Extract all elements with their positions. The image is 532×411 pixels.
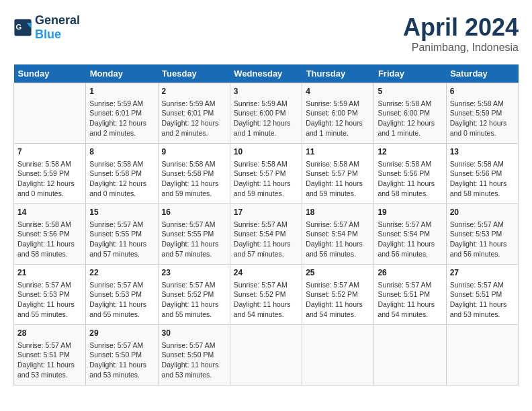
col-friday: Friday bbox=[374, 64, 446, 83]
day-info-text: Sunrise: 5:57 AM bbox=[306, 220, 370, 230]
day-info-text: Sunrise: 5:57 AM bbox=[378, 220, 442, 230]
day-number: 15 bbox=[89, 207, 154, 218]
day-info-text: Daylight: 11 hours bbox=[89, 360, 154, 370]
day-info-text: and 1 minute. bbox=[306, 128, 370, 138]
day-info-text: and 57 minutes. bbox=[162, 249, 226, 259]
day-info-text: Sunrise: 5:58 AM bbox=[89, 159, 154, 169]
day-info-text: Sunset: 5:50 PM bbox=[162, 350, 226, 360]
day-info-text: Sunrise: 5:58 AM bbox=[378, 159, 442, 169]
day-number: 5 bbox=[378, 86, 442, 97]
calendar-cell: 4Sunrise: 5:59 AMSunset: 6:00 PMDaylight… bbox=[302, 83, 374, 144]
day-info-text: Sunset: 5:56 PM bbox=[378, 169, 442, 179]
day-info-text: Sunrise: 5:58 AM bbox=[306, 159, 370, 169]
day-info-text: Sunset: 5:59 PM bbox=[450, 108, 515, 118]
day-info-text: Sunrise: 5:57 AM bbox=[450, 280, 515, 290]
day-info-text: and 59 minutes. bbox=[306, 189, 370, 199]
day-info-text: and 54 minutes. bbox=[378, 310, 442, 320]
calendar-cell: 18Sunrise: 5:57 AMSunset: 5:54 PMDayligh… bbox=[302, 204, 374, 265]
day-number: 14 bbox=[17, 207, 82, 218]
calendar-week-row: 28Sunrise: 5:57 AMSunset: 5:51 PMDayligh… bbox=[14, 325, 519, 385]
day-info-text: and 55 minutes. bbox=[89, 310, 154, 320]
calendar-cell: 11Sunrise: 5:58 AMSunset: 5:57 PMDayligh… bbox=[302, 144, 374, 204]
calendar-subtitle: Panimbang, Indonesia bbox=[403, 42, 519, 54]
day-number: 12 bbox=[378, 146, 442, 158]
calendar-cell: 14Sunrise: 5:58 AMSunset: 5:56 PMDayligh… bbox=[14, 204, 86, 265]
day-info-text: Daylight: 11 hours bbox=[17, 239, 82, 249]
day-info-text: and 55 minutes. bbox=[17, 310, 82, 320]
day-info-text: Sunrise: 5:59 AM bbox=[234, 99, 298, 109]
day-info-text: Sunset: 5:51 PM bbox=[17, 350, 82, 360]
day-info-text: Sunset: 5:54 PM bbox=[234, 229, 298, 239]
day-number: 13 bbox=[450, 146, 515, 158]
page-header: G General Blue April 2024 Panimbang, Ind… bbox=[13, 13, 519, 54]
day-info-text: Sunset: 5:53 PM bbox=[450, 229, 515, 239]
col-saturday: Saturday bbox=[446, 64, 518, 83]
day-info-text: Daylight: 11 hours bbox=[89, 239, 154, 249]
calendar-cell: 13Sunrise: 5:58 AMSunset: 5:56 PMDayligh… bbox=[446, 144, 518, 204]
col-tuesday: Tuesday bbox=[158, 64, 230, 83]
day-info-text: Sunset: 5:58 PM bbox=[89, 169, 154, 179]
day-info-text: Sunset: 5:56 PM bbox=[17, 229, 82, 239]
calendar-title: April 2024 bbox=[403, 13, 519, 42]
day-info-text: Daylight: 11 hours bbox=[450, 179, 515, 189]
day-info-text: Daylight: 11 hours bbox=[234, 300, 298, 310]
day-info-text: Sunrise: 5:58 AM bbox=[378, 99, 442, 109]
day-number: 29 bbox=[89, 328, 154, 339]
day-info-text: Sunset: 5:55 PM bbox=[89, 229, 154, 239]
day-info-text: Sunset: 5:58 PM bbox=[162, 169, 226, 179]
day-info-text: Sunset: 5:52 PM bbox=[234, 289, 298, 300]
day-info-text: Sunset: 6:00 PM bbox=[306, 108, 370, 118]
day-info-text: Daylight: 11 hours bbox=[17, 360, 82, 370]
calendar-cell: 7Sunrise: 5:58 AMSunset: 5:59 PMDaylight… bbox=[14, 144, 86, 204]
day-info-text: Sunset: 5:55 PM bbox=[162, 229, 226, 239]
day-info-text: Daylight: 11 hours bbox=[378, 239, 442, 249]
day-info-text: Sunrise: 5:57 AM bbox=[17, 280, 82, 290]
day-info-text: and 2 minutes. bbox=[162, 128, 226, 138]
day-info-text: Daylight: 12 hours bbox=[17, 179, 82, 189]
calendar-cell bbox=[14, 83, 86, 144]
calendar-cell bbox=[446, 325, 518, 385]
col-sunday: Sunday bbox=[14, 64, 86, 83]
day-info-text: Sunrise: 5:57 AM bbox=[89, 220, 154, 230]
day-info-text: and 58 minutes. bbox=[17, 249, 82, 259]
day-info-text: Sunset: 6:01 PM bbox=[89, 108, 154, 118]
day-info-text: Daylight: 12 hours bbox=[234, 118, 298, 128]
day-info-text: and 53 minutes. bbox=[89, 370, 154, 380]
calendar-cell: 23Sunrise: 5:57 AMSunset: 5:52 PMDayligh… bbox=[158, 265, 230, 325]
day-number: 11 bbox=[306, 146, 370, 158]
day-info-text: Sunrise: 5:59 AM bbox=[89, 99, 154, 109]
day-info-text: and 2 minutes. bbox=[89, 128, 154, 138]
day-info-text: Sunset: 6:00 PM bbox=[234, 108, 298, 118]
day-info-text: Daylight: 11 hours bbox=[162, 179, 226, 189]
day-info-text: Sunset: 5:52 PM bbox=[306, 289, 370, 300]
calendar-cell: 20Sunrise: 5:57 AMSunset: 5:53 PMDayligh… bbox=[446, 204, 518, 265]
day-info-text: Daylight: 12 hours bbox=[89, 179, 154, 189]
day-info-text: and 1 minute. bbox=[378, 128, 442, 138]
calendar-cell: 30Sunrise: 5:57 AMSunset: 5:50 PMDayligh… bbox=[158, 325, 230, 385]
calendar-cell: 1Sunrise: 5:59 AMSunset: 6:01 PMDaylight… bbox=[86, 83, 158, 144]
day-info-text: Sunrise: 5:57 AM bbox=[378, 280, 442, 290]
day-info-text: Daylight: 11 hours bbox=[306, 239, 370, 249]
calendar-week-row: 1Sunrise: 5:59 AMSunset: 6:01 PMDaylight… bbox=[14, 83, 519, 144]
day-number: 30 bbox=[162, 328, 226, 339]
day-number: 18 bbox=[306, 207, 370, 218]
col-thursday: Thursday bbox=[302, 64, 374, 83]
calendar-cell: 26Sunrise: 5:57 AMSunset: 5:51 PMDayligh… bbox=[374, 265, 446, 325]
day-info-text: Sunrise: 5:57 AM bbox=[89, 280, 154, 290]
day-number: 1 bbox=[89, 86, 154, 97]
calendar-cell: 25Sunrise: 5:57 AMSunset: 5:52 PMDayligh… bbox=[302, 265, 374, 325]
day-info-text: Daylight: 12 hours bbox=[306, 118, 370, 128]
day-info-text: Sunrise: 5:58 AM bbox=[234, 159, 298, 169]
day-info-text: Sunset: 5:54 PM bbox=[306, 229, 370, 239]
day-info-text: Sunrise: 5:57 AM bbox=[234, 220, 298, 230]
logo-text-blue: Blue bbox=[35, 28, 80, 42]
title-block: April 2024 Panimbang, Indonesia bbox=[403, 13, 519, 54]
day-info-text: Sunset: 5:57 PM bbox=[306, 169, 370, 179]
day-info-text: and 58 minutes. bbox=[450, 189, 515, 199]
day-info-text: Sunset: 6:00 PM bbox=[378, 108, 442, 118]
logo-text: General bbox=[35, 13, 80, 28]
day-info-text: Sunset: 5:57 PM bbox=[234, 169, 298, 179]
calendar-cell: 3Sunrise: 5:59 AMSunset: 6:00 PMDaylight… bbox=[230, 83, 302, 144]
day-number: 9 bbox=[162, 146, 226, 158]
day-info-text: and 56 minutes. bbox=[306, 249, 370, 259]
